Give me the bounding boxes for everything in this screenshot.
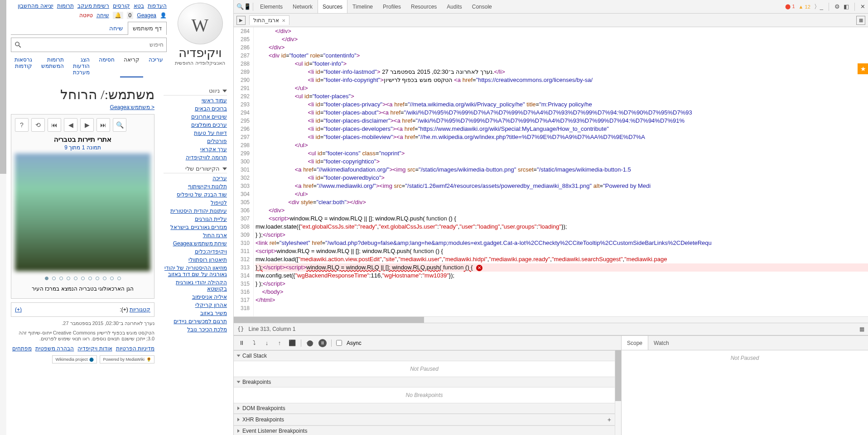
file-tab[interactable]: ארגז_החול✕ — [249, 15, 289, 25]
search-input[interactable] — [22, 42, 164, 48]
settings-icon[interactable]: ⚙ — [834, 3, 840, 10]
draft-link[interactable]: טיוטה — [79, 12, 93, 19]
tab-userpage[interactable]: דף משתמש — [128, 22, 167, 35]
tab-block[interactable]: חסימה — [95, 55, 118, 77]
nav-link[interactable]: דיווח על טעות — [164, 130, 227, 136]
wikipedia-scrollbar[interactable] — [0, 0, 6, 435]
gallery-repeat-icon[interactable]: ⟲ — [31, 118, 45, 132]
callstack-header[interactable]: Call Stack — [234, 350, 615, 361]
tab-talk[interactable]: שיחה — [104, 22, 128, 34]
gallery-dot[interactable] — [81, 277, 85, 280]
step-over-icon[interactable]: ⤵ — [250, 339, 258, 347]
devtools-tab-elements[interactable]: Elements — [255, 0, 288, 13]
event-bp-header[interactable]: Event Listener Breakpoints — [234, 425, 615, 435]
pause-icon[interactable]: ⏸ — [237, 339, 246, 347]
devtools-tab-timeline[interactable]: Timeline — [347, 0, 378, 13]
deactivate-icon[interactable]: ⬤ — [306, 339, 314, 347]
debug-left-scrollbar[interactable] — [615, 350, 621, 435]
gallery-first-icon[interactable]: ⏮ — [48, 118, 61, 132]
my-link[interactable]: ארגז החול — [164, 232, 227, 239]
nav-link[interactable]: תרומה לוויקיפדיה — [164, 154, 227, 161]
footer-link[interactable]: מדיניות הפרטיות — [116, 345, 154, 352]
mediawiki-badge[interactable]: 🌻Powered by MediaWiki — [100, 355, 154, 363]
nav-link[interactable]: ערכים מומלצים — [164, 122, 227, 128]
gallery-image[interactable] — [15, 153, 150, 271]
my-link[interactable]: עיתונות יהודית היסטורית — [164, 208, 227, 214]
devtools-tab-audits[interactable]: Audits — [442, 0, 467, 13]
gallery-prev-icon[interactable]: ◀ — [64, 118, 77, 132]
nav-link[interactable]: שינויים אחרונים — [164, 114, 227, 120]
mylinks-header[interactable]: הקישורים שלי — [164, 165, 227, 173]
warn-badge[interactable]: ▲ 12 — [799, 4, 810, 10]
tab-prev[interactable]: גרסאות קודמות — [11, 55, 36, 77]
tab-read[interactable]: קריאה — [120, 55, 143, 77]
gallery-dot[interactable] — [59, 277, 63, 280]
gallery-dot[interactable] — [67, 277, 70, 280]
pretty-print-icon[interactable]: {} — [237, 326, 244, 332]
breadcrumb[interactable]: < משתמש:Geagea — [11, 104, 154, 110]
nav-link[interactable]: ברוכים הבאים — [164, 105, 227, 112]
search-icon[interactable] — [14, 41, 22, 49]
step-into-icon[interactable]: ↓ — [263, 339, 271, 347]
my-link[interactable]: לטיפול — [164, 200, 227, 206]
gallery-dot[interactable] — [117, 277, 121, 280]
my-link[interactable]: אהרון קריקלי — [164, 302, 227, 308]
toggle-pane-icon[interactable]: ▦ — [859, 326, 864, 332]
error-badge[interactable]: ⬤ 1 — [785, 4, 795, 10]
my-link[interactable]: עריכה — [164, 175, 227, 182]
xhr-bp-header[interactable]: XHR Breakpoints+ — [234, 414, 615, 425]
my-link[interactable]: ויקיפדיה:כלים — [164, 249, 227, 255]
devtools-tab-network[interactable]: Network — [288, 0, 318, 13]
my-link[interactable]: שיחת משתמש:Geagea — [164, 240, 227, 247]
tab-edit[interactable]: עריכה — [145, 55, 167, 77]
nav-link[interactable]: עמוד ראשי — [164, 97, 227, 104]
footer-link[interactable]: הבהרה משפטית — [35, 345, 74, 352]
my-link[interactable]: איליה אניסימוב — [164, 294, 227, 300]
top-nav-link[interactable]: קורסים — [113, 3, 130, 9]
sidebar-toggle-icon[interactable]: ▦ — [856, 16, 865, 25]
close-icon[interactable]: ✕ — [860, 3, 865, 10]
add-xhr-icon[interactable]: + — [608, 416, 611, 423]
gallery-dot[interactable] — [52, 277, 56, 280]
watch-tab[interactable]: Watch — [648, 336, 675, 350]
gallery-zoom-icon[interactable]: 🔍 — [113, 118, 126, 132]
code-hscrollbar[interactable] — [234, 316, 868, 323]
tab-contribs[interactable]: תרומות המשתמש — [38, 55, 68, 77]
categories-link[interactable]: קטגוריות — [130, 306, 150, 313]
search-box[interactable] — [11, 38, 167, 52]
breakpoints-header[interactable]: Breakpoints — [234, 377, 615, 387]
top-nav-link[interactable]: בטא — [134, 3, 144, 9]
gallery-dot[interactable] — [88, 277, 92, 280]
user-link[interactable]: Geagea — [137, 12, 156, 19]
inspect-icon[interactable]: 🔍 — [236, 3, 244, 10]
gallery-help-icon[interactable]: ? — [15, 118, 29, 132]
devtools-tab-sources[interactable]: Sources — [318, 0, 347, 13]
my-link[interactable]: תלונות ויקישיתוף — [164, 183, 227, 190]
dom-bp-header[interactable]: DOM Breakpoints — [234, 403, 615, 414]
gallery-dot[interactable] — [110, 277, 114, 280]
deactivate-bp-icon[interactable]: ⬛ — [288, 339, 296, 347]
gallery-next-icon[interactable]: ▶ — [80, 118, 94, 132]
devtools-tab-console[interactable]: Console — [467, 0, 497, 13]
wikimedia-badge[interactable]: ⬤Wikimedia project — [52, 355, 97, 363]
top-nav-link[interactable]: תרומות — [57, 3, 74, 9]
footer-link[interactable]: אודות ויקיפדיה — [77, 345, 112, 352]
device-icon[interactable]: 📱 — [244, 3, 251, 10]
gallery-dot[interactable] — [74, 277, 77, 280]
navigator-toggle-icon[interactable]: ▶ — [236, 16, 246, 25]
gallery-last-icon[interactable]: ⏭ — [96, 118, 110, 132]
my-link[interactable]: תרגום למכשירים ניידים — [164, 318, 227, 325]
gallery-dot[interactable] — [45, 277, 48, 280]
tab-notices[interactable]: הצג הודעות מערכת — [69, 55, 93, 77]
nav-header[interactable]: ניווט — [164, 87, 227, 96]
add-category[interactable]: (+) — [15, 306, 22, 313]
gallery-dot[interactable] — [103, 277, 106, 280]
my-link[interactable]: מלכת הכיכר נובל — [164, 326, 227, 333]
devtools-tab-resources[interactable]: Resources — [406, 0, 442, 13]
my-link[interactable]: הקהילה יהודי גאורגית בקושטא — [164, 279, 227, 292]
my-link[interactable]: עליית הגורגים — [164, 216, 227, 222]
footer-link[interactable]: מפתחים — [12, 345, 32, 352]
top-nav-link[interactable]: העדפות — [148, 3, 167, 9]
nav-link[interactable]: פורטלים — [164, 138, 227, 144]
dock-icon[interactable]: ◧ — [844, 3, 849, 10]
